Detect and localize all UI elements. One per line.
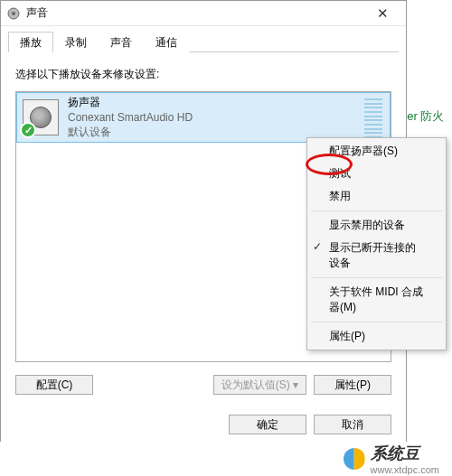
watermark-logo-icon xyxy=(344,448,365,470)
tab-recording[interactable]: 录制 xyxy=(53,32,99,52)
device-text: 扬声器 Conexant SmartAudio HD 默认设备 xyxy=(68,95,193,140)
menu-separator xyxy=(311,210,442,211)
tab-playback[interactable]: 播放 xyxy=(8,32,53,52)
cancel-button[interactable]: 取消 xyxy=(314,415,391,434)
context-menu: 配置扬声器(S)测试禁用显示禁用的设备显示已断开连接的设备✓关于软件 MIDI … xyxy=(306,137,447,350)
menu-item-about_midi[interactable]: 关于软件 MIDI 合成器(M) xyxy=(307,281,446,319)
tab-communication[interactable]: 通信 xyxy=(144,32,189,52)
device-item-speaker[interactable]: ✓ 扬声器 Conexant SmartAudio HD 默认设备 xyxy=(16,92,391,143)
set-default-button[interactable]: 设为默认值(S) ▾ xyxy=(213,375,306,395)
device-driver: Conexant SmartAudio HD xyxy=(68,110,193,126)
speaker-icon: ✓ xyxy=(23,99,59,135)
close-button[interactable]: ✕ xyxy=(364,5,400,22)
menu-item-props[interactable]: 属性(P) xyxy=(307,325,446,348)
sound-icon xyxy=(6,6,21,21)
menu-item-test[interactable]: 测试 xyxy=(307,163,446,185)
menu-separator xyxy=(311,322,442,322)
svg-point-1 xyxy=(12,12,15,15)
menu-item-show_disabled[interactable]: 显示禁用的设备 xyxy=(307,214,446,237)
menu-item-show_disconnected[interactable]: 显示已断开连接的设备✓ xyxy=(307,237,446,275)
device-status: 默认设备 xyxy=(68,125,193,140)
watermark-brand: 系统豆 xyxy=(371,443,439,464)
check-icon: ✓ xyxy=(313,240,322,253)
menu-separator xyxy=(311,277,442,278)
ok-button[interactable]: 确定 xyxy=(229,415,306,434)
tab-strip: 播放 录制 声音 通信 xyxy=(8,31,399,52)
device-name: 扬声器 xyxy=(68,95,193,110)
menu-item-disable[interactable]: 禁用 xyxy=(307,185,446,208)
properties-button[interactable]: 属性(P) xyxy=(314,375,391,395)
watermark-domain: www.xtdpc.com xyxy=(371,464,439,475)
menu-item-configure[interactable]: 配置扬声器(S) xyxy=(307,140,446,163)
tab-sound[interactable]: 声音 xyxy=(99,32,144,52)
configure-button[interactable]: 配置(C) xyxy=(15,375,93,395)
default-check-icon: ✓ xyxy=(20,122,36,138)
titlebar: 声音 ✕ xyxy=(1,1,406,26)
dialog-title: 声音 xyxy=(26,5,364,21)
instruction-text: 选择以下播放设备来修改设置: xyxy=(15,67,391,82)
level-meter xyxy=(364,98,382,138)
watermark: 系统豆 www.xtdpc.com xyxy=(0,442,452,476)
